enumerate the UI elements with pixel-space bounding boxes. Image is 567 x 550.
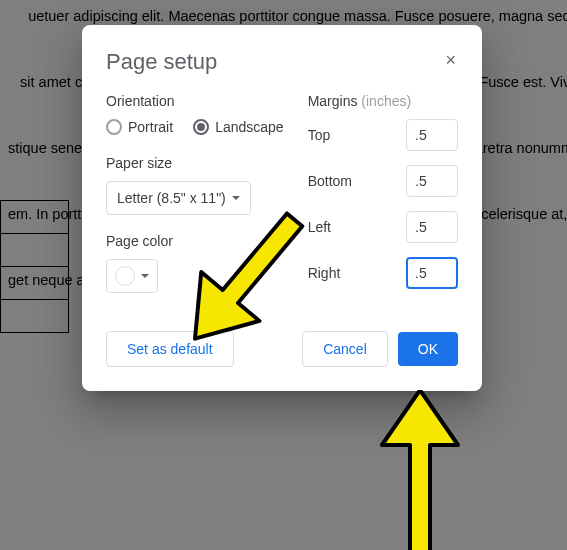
radio-label: Portrait [128, 119, 173, 135]
radio-icon [193, 119, 209, 135]
page-color-label: Page color [106, 233, 284, 249]
orientation-label: Orientation [106, 93, 284, 109]
margin-top-input[interactable] [406, 119, 458, 151]
margin-bottom-input[interactable] [406, 165, 458, 197]
dialog-title: Page setup [106, 49, 217, 75]
margins-unit: (inches) [361, 93, 411, 109]
orientation-portrait-radio[interactable]: Portrait [106, 119, 173, 135]
margin-left-label: Left [308, 219, 331, 235]
margin-bottom-label: Bottom [308, 173, 352, 189]
set-as-default-button[interactable]: Set as default [106, 331, 234, 367]
margins-label: Margins (inches) [308, 93, 458, 109]
paper-size-select[interactable]: Letter (8.5" x 11") [106, 181, 251, 215]
close-icon[interactable]: × [443, 49, 458, 71]
ok-button[interactable]: OK [398, 332, 458, 366]
paper-size-label: Paper size [106, 155, 284, 171]
margin-left-input[interactable] [406, 211, 458, 243]
caret-down-icon [141, 274, 149, 278]
page-setup-dialog: Page setup × Orientation Portrait Landsc… [82, 25, 482, 391]
radio-label: Landscape [215, 119, 284, 135]
orientation-landscape-radio[interactable]: Landscape [193, 119, 284, 135]
page-color-select[interactable] [106, 259, 158, 293]
radio-icon [106, 119, 122, 135]
cancel-button[interactable]: Cancel [302, 331, 388, 367]
paper-size-value: Letter (8.5" x 11") [117, 190, 226, 206]
caret-down-icon [232, 196, 240, 200]
margin-top-label: Top [308, 127, 331, 143]
margin-right-label: Right [308, 265, 341, 281]
color-swatch-icon [115, 266, 135, 286]
margin-right-input[interactable] [406, 257, 458, 289]
